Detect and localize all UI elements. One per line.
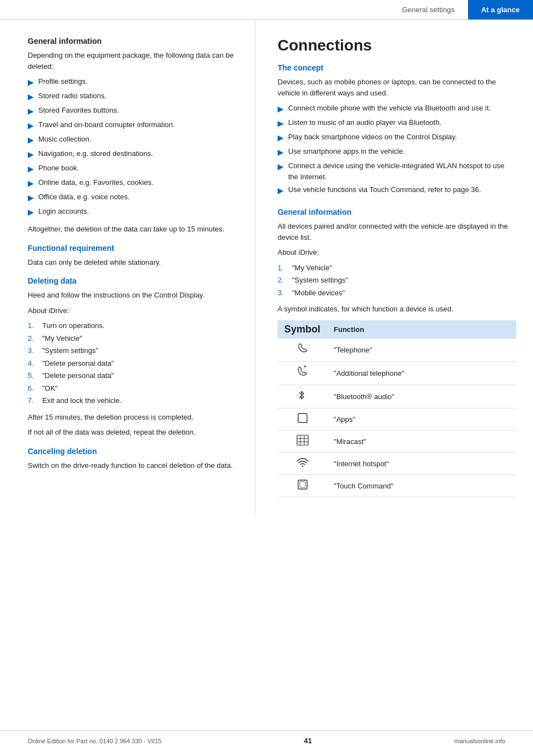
arrow-icon: ▶ [278,161,284,173]
list-item: 7.Exit and lock the vehicle. [28,395,238,406]
list-item: ▶Phone book. [28,163,238,175]
arrow-icon: ▶ [278,118,284,129]
list-item: 3."Mobile devices" [278,288,516,299]
list-item: 6."OK" [28,383,238,394]
svg-rect-10 [300,482,305,487]
nav-item-general-settings[interactable]: General settings [389,0,468,19]
list-item: ▶Travel and on-board comupter informatio… [28,119,238,132]
additional-telephone-function-label: "Additional telephone" [327,361,516,385]
arrow-icon: ▶ [28,134,34,146]
list-item: ▶Use smartphone apps in the vehicle. [278,146,516,158]
footer-left-text: Online Edition for Part no. 0140 2 964 3… [28,738,162,744]
svg-rect-9 [298,480,307,489]
top-nav: General settings At a glance [0,0,533,20]
symbol-telephone-icon [278,339,327,362]
left-general-info-intro: Depending on the equipment package, the … [28,50,238,72]
list-item: 1."My Vehicle" [278,263,516,274]
table-row: "Additional telephone" [278,361,516,385]
list-item: ▶Stored radio stations. [28,90,238,103]
arrow-icon: ▶ [28,77,34,88]
right-general-info-section: General information All devices paired a… [278,208,516,315]
list-item: ▶Play back smartphone videos on the Cont… [278,132,516,144]
list-item: ▶Music collection. [28,134,238,146]
symbol-bluetooth-audio-icon [278,385,327,408]
deleting-data-title: Deleting data [28,276,238,285]
list-item: ▶Connect mobile phone with the vehicle v… [278,103,516,115]
nav-item-at-a-glance[interactable]: At a glance [468,0,533,19]
symbol-table: Symbol Function "Telephone" [278,320,516,497]
left-bullet-list: ▶Profile settings. ▶Stored radio station… [28,76,238,218]
concept-bullet-list: ▶Connect mobile phone with the vehicle v… [278,103,516,196]
left-general-info-title: General information [28,37,238,46]
miracast-function-label: "Miracast" [327,430,516,452]
arrow-icon: ▶ [28,206,34,218]
telephone-function-label: "Telephone" [327,339,516,362]
deleting-data-steps: 1.Turn on operations. 2."My Vehicle" 3."… [28,320,238,406]
deleting-data-section: Deleting data Heed and follow the instru… [28,276,238,438]
symbol-touch-command-icon [278,475,327,497]
deleting-data-intro: Heed and follow the instructions on the … [28,290,238,301]
list-item: ▶Connect a device using the vehicle-inte… [278,160,516,182]
list-item: ▶Login accounts. [28,206,238,218]
deleting-data-after2: If not all of the data was deleted, repe… [28,427,238,438]
functional-requirement-text: Data can only be deleted while stationar… [28,257,238,268]
arrow-icon: ▶ [28,192,34,204]
arrow-icon: ▶ [28,105,34,117]
canceling-deletion-title: Canceling deletion [28,447,238,456]
function-col-header: Function [327,320,516,339]
list-item: ▶Stored Favorites buttons. [28,105,238,117]
svg-point-8 [301,465,303,466]
left-general-info-section: General information Depending on the equ… [28,37,238,235]
deleting-data-about: About iDrive: [28,305,238,316]
deleting-data-after1: After 15 minutes, the deletion process i… [28,412,238,423]
right-general-info-about: About iDrive: [278,247,516,258]
footer-page-number: 41 [304,737,311,745]
bluetooth-audio-function-label: "Bluetooth® audio" [327,385,516,408]
left-general-info-outro: Altogether, the deletion of the data can… [28,224,238,235]
list-item: 2."My Vehicle" [28,333,238,344]
right-general-info-title: General information [278,208,516,216]
footer: Online Edition for Part no. 0140 2 964 3… [0,730,533,745]
arrow-icon: ▶ [28,163,34,175]
right-column: Connections The concept Devices, such as… [255,20,533,514]
arrow-icon: ▶ [28,120,34,132]
arrow-icon: ▶ [278,103,284,115]
canceling-deletion-text: Switch on the drive-ready function to ca… [28,460,238,471]
table-row: "Bluetooth® audio" [278,385,516,408]
arrow-icon: ▶ [278,185,284,196]
footer-right-text: manualsonline.info [454,738,505,744]
table-row: "Touch Command" [278,475,516,497]
right-general-info-steps: 1."My Vehicle" 2."System settings" 3."Mo… [278,263,516,299]
arrow-icon: ▶ [28,149,34,160]
functional-requirement-section: Functional requirement Data can only be … [28,244,238,268]
table-row: "Miracast" [278,430,516,452]
table-row: "Apps" [278,408,516,430]
symbol-col-header: Symbol [278,320,327,339]
list-item: ▶Profile settings. [28,76,238,88]
list-item: ▶Use vehicle functions via Touch Command… [278,184,516,196]
right-general-info-outro: A symbol indicates, for which function a… [278,304,516,315]
list-item: 1.Turn on operations. [28,320,238,331]
svg-rect-3 [297,435,308,445]
functional-requirement-title: Functional requirement [28,244,238,253]
list-item: ▶Navigation, e.g. stored destinations. [28,148,238,160]
list-item: ▶Online data, e.g. Favorites, cookies. [28,177,238,189]
table-row: "Telephone" [278,339,516,362]
list-item: 4."Delete personal data" [28,358,238,369]
list-item: 2."System settings" [278,275,516,286]
list-item: ▶Office data, e.g. voice notes. [28,191,238,204]
symbol-additional-telephone-icon [278,361,327,385]
connections-heading: Connections [278,37,516,54]
symbol-apps-icon [278,408,327,430]
right-general-info-intro: All devices paired and/or connected with… [278,221,516,243]
list-item: ▶Listen to music of an audio player via … [278,117,516,129]
the-concept-intro: Devices, such as mobile phones or laptop… [278,77,516,98]
arrow-icon: ▶ [278,132,284,144]
table-row: "Internet hotspot" [278,452,516,475]
the-concept-title: The concept [278,63,516,72]
apps-function-label: "Apps" [327,408,516,430]
svg-rect-2 [298,414,307,422]
touch-command-function-label: "Touch Command" [327,475,516,497]
left-column: General information Depending on the equ… [0,20,255,514]
canceling-deletion-section: Canceling deletion Switch on the drive-r… [28,447,238,471]
